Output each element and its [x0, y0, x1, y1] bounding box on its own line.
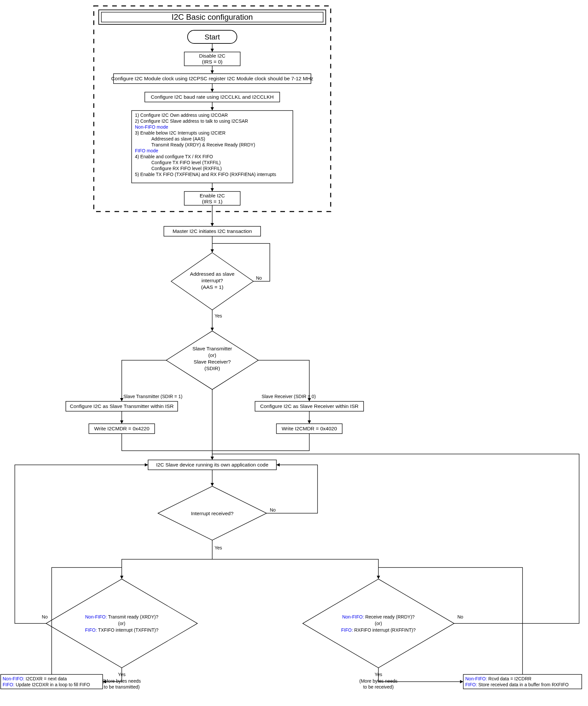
svg-text:FIFO: RXFIFO interrupt (RXFFIN: FIFO: RXFIFO interrupt (RXFFINT)? [341, 627, 416, 633]
svg-marker-19 [210, 188, 214, 192]
svg-text:No: No [256, 275, 262, 281]
svg-marker-69 [460, 680, 463, 683]
svg-text:Configure RX FIFO level (RXFFI: Configure RX FIFO level (RXFFIL) [151, 166, 222, 171]
svg-text:Yes: Yes [214, 545, 222, 550]
svg-text:(More bytes needs: (More bytes needs [359, 678, 397, 683]
title-text: I2C Basic configuration [172, 12, 253, 22]
svg-text:to be received): to be received) [363, 684, 394, 690]
svg-text:Addressed as slave: Addressed as slave [190, 271, 234, 277]
svg-text:(AAS = 1): (AAS = 1) [201, 284, 224, 290]
svg-text:(More bytes needs: (More bytes needs [103, 678, 141, 683]
svg-marker-35 [120, 398, 123, 401]
svg-text:Yes: Yes [214, 313, 222, 318]
svg-marker-29 [210, 328, 214, 331]
svg-text:Configure I2C baud rate using : Configure I2C baud rate using I2CCLKL an… [151, 94, 273, 100]
svg-marker-0 [210, 49, 214, 52]
svg-text:I2C Slave device running its o: I2C Slave device running its own applica… [156, 462, 268, 468]
svg-marker-40 [120, 421, 123, 424]
svg-text:(or): (or) [375, 621, 382, 626]
svg-text:Configure I2C Module clock usi: Configure I2C Module clock using I2CPSC … [111, 76, 314, 81]
svg-text:(IRS = 0): (IRS = 0) [202, 59, 223, 65]
svg-text:2) Configure I2C Slave address: 2) Configure I2C Slave address to talk t… [135, 118, 248, 124]
svg-text:No: No [457, 614, 463, 620]
svg-text:Non-FIFO: I2CDXR = next data: Non-FIFO: I2CDXR = next data [3, 676, 67, 681]
svg-marker-53 [377, 576, 380, 579]
svg-text:(IRS = 1): (IRS = 1) [202, 199, 223, 204]
svg-text:Non-FIFO: Rcvd data = I2CDRR: Non-FIFO: Rcvd data = I2CDRR [465, 676, 532, 681]
svg-text:Yes: Yes [375, 672, 382, 677]
svg-text:FIFO mode: FIFO mode [135, 148, 158, 153]
svg-marker-47 [210, 483, 214, 486]
svg-marker-60 [145, 463, 148, 467]
svg-text:Write I2CMDR = 0x4220: Write I2CMDR = 0x4220 [94, 426, 150, 431]
svg-marker-45 [210, 457, 214, 460]
svg-text:FIFO: Store received data in a: FIFO: Store received data in a buffer fr… [465, 682, 569, 687]
svg-marker-22 [210, 223, 214, 226]
svg-text:4) Enable and configure TX / R: 4) Enable and configure TX / RX FIFO [135, 154, 213, 159]
svg-text:No: No [270, 507, 276, 513]
svg-text:Slave Receiver?: Slave Receiver? [194, 359, 231, 364]
svg-text:Addressed as slave (AAS): Addressed as slave (AAS) [151, 136, 205, 142]
svg-text:FIFO: TXFIFO interrupt (TXFFIN: FIFO: TXFIFO interrupt (TXFFINT)? [85, 627, 159, 633]
svg-text:Non-FIFO: Receive ready (RRDY): Non-FIFO: Receive ready (RRDY)? [342, 614, 415, 620]
svg-text:(SDIR): (SDIR) [204, 365, 220, 371]
svg-marker-49 [276, 463, 280, 467]
svg-text:Non-FIFO mode: Non-FIFO mode [135, 124, 168, 130]
svg-text:Slave Receiver (SDIR = 0): Slave Receiver (SDIR = 0) [262, 394, 316, 399]
svg-marker-24 [210, 249, 214, 253]
flowchart: I2C Basic configuration Start Disable I2… [0, 0, 588, 706]
svg-marker-3 [210, 70, 214, 74]
svg-text:FIFO: Update I2CDXR in a loop : FIFO: Update I2CDXR in a loop to fill FI… [3, 682, 90, 687]
svg-text:Non-FIFO: Transmit ready (XRDY: Non-FIFO: Transmit ready (XRDY)? [85, 614, 159, 620]
svg-text:Yes: Yes [118, 672, 126, 677]
svg-text:Disable I2C: Disable I2C [199, 53, 225, 58]
svg-text:5) Enable TX FIFO (TXFFIENA) a: 5) Enable TX FIFO (TXFFIENA) and RX FIFO… [135, 172, 276, 177]
svg-marker-52 [120, 576, 123, 579]
svg-marker-7 [210, 107, 214, 111]
svg-text:interrupt?: interrupt? [201, 278, 223, 283]
svg-text:No: No [42, 614, 48, 620]
svg-text:Transmit Ready (XRDY) & Receiv: Transmit Ready (XRDY) & Receive Ready (R… [151, 142, 255, 147]
svg-text:Slave Transmitter: Slave Transmitter [193, 346, 232, 351]
svg-text:Interrupt received?: Interrupt received? [191, 511, 234, 516]
svg-text:1) Configure I2C Own address u: 1) Configure I2C Own address using I2COA… [135, 113, 228, 118]
start-label: Start [205, 33, 220, 41]
svg-text:(or): (or) [118, 621, 125, 626]
svg-text:Slave Transmitter (SDIR = 1): Slave Transmitter (SDIR = 1) [123, 394, 182, 399]
svg-text:to be transmitted): to be transmitted) [104, 684, 140, 690]
svg-marker-5 [210, 89, 214, 92]
svg-text:Configure TX FIFO level (TXFFI: Configure TX FIFO level (TXFFIL) [151, 160, 221, 165]
svg-text:Configure I2C as Slave Receive: Configure I2C as Slave Receiver within I… [260, 403, 359, 409]
svg-text:Write I2CMDR = 0x4020: Write I2CMDR = 0x4020 [282, 426, 337, 431]
svg-marker-43 [308, 421, 311, 424]
svg-text:(or): (or) [208, 352, 216, 358]
svg-text:Master I2C initiates I2C trans: Master I2C initiates I2C transaction [172, 228, 252, 234]
svg-text:Enable I2C: Enable I2C [200, 193, 225, 198]
svg-text:Configure I2C as Slave Transmi: Configure I2C as Slave Transmitter withi… [70, 403, 173, 409]
svg-text:3) Enable below I2C Interrupts: 3) Enable below I2C Interrupts using I2C… [135, 130, 225, 135]
